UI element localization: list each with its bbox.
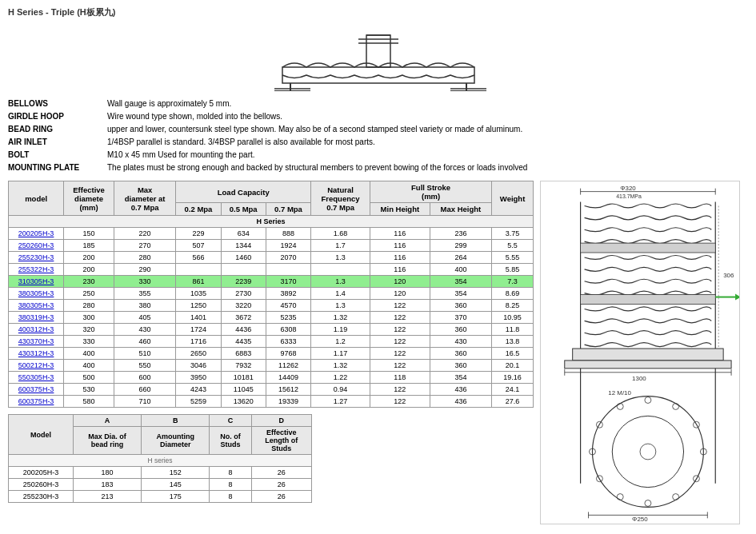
svg-text:306: 306 [723,272,734,279]
table-row: 430312H-3 4005102650688397681.1712236016… [9,348,534,360]
table-row: 550305H-3 500600395010181144091.22118354… [9,372,534,384]
table-row: 400312H-3 3204301724443663081.1912236011… [9,324,534,336]
col-load-07: 0.7 Mpa [266,203,310,216]
bt-col-model: Model [9,415,74,455]
notes-section: BELLOWS Wall gauge is approximately 5 mm… [8,98,748,174]
col-max-h: Max Height [430,203,492,216]
svg-point-29 [592,397,703,508]
col-load-05: 0.5 Mpa [221,203,266,216]
bt-col-a-sub: Max Dia. ofbead ring [73,427,141,455]
svg-rect-19 [565,361,731,369]
table-row: 600375H-3 530660424311045156120.94122436… [9,384,534,396]
svg-marker-21 [735,294,740,301]
svg-point-33 [673,403,679,409]
bt-col-b-sub: AmountingDiameter [142,427,210,455]
table-row: 380305H-3 2503551035273038921.41203548.6… [9,288,534,300]
note-bead: BEAD RING upper and lower, countersunk s… [8,123,748,136]
col-model: model [9,181,64,216]
bottom-table-section: Model A B C D Max Dia. ofbead ring Amoun… [8,414,534,503]
bt-col-b-header: B [142,415,210,427]
table-row: 380319H-3 3004051401367252351.3212237010… [9,312,534,324]
svg-point-38 [645,500,651,507]
svg-text:12 M/10: 12 M/10 [608,389,631,397]
svg-point-43 [617,403,623,409]
list-item: 250260H-3 183 145 8 26 [9,479,312,491]
table-row: 500212H-3 40055030467932112621.321223602… [9,360,534,372]
list-item: 255230H-3 213 175 8 26 [9,491,312,503]
note-bellows: BELLOWS Wall gauge is approximately 5 mm… [8,98,748,110]
page: H Series - Triple (H板累九) BELLOWS Wall [0,0,756,532]
bottom-table: Model A B C D Max Dia. ofbead ring Amoun… [8,414,312,503]
col-nat-freq: NaturalFrequency0.7 Mpa [311,181,370,216]
table-row-highlighted: 310305H-3 230330861223931701.31203547.3 [9,276,534,288]
col-weight: Weight [492,181,534,216]
col-load-capacity: Load Capacity [176,181,311,203]
table-row: 250260H-3 185270507134419241.71162995.5 [9,240,534,252]
bt-col-d-header: D [251,415,312,427]
bt-col-c-sub: No. ofStuds [210,427,251,455]
table-row: 255322H-3 2002901164005.85 [9,264,534,276]
bt-col-c-header: C [210,415,251,427]
svg-rect-17 [581,295,716,305]
main-content: model Effectivediamete(mm) Maxdiameter a… [8,181,748,526]
table-row: 600375H-3 580710525913620193391.27122436… [9,396,534,408]
svg-text:Φ250: Φ250 [632,516,648,523]
note-bolt: BOLT M10 x 45 mm Used for mounting the p… [8,149,748,161]
svg-point-39 [617,494,623,500]
col-full-stroke: Full Stroke(mm) [370,181,492,203]
table-row: 430370H-3 3304601716443563331.212243013.… [9,336,534,348]
top-diagram [8,23,748,91]
right-panel: Φ320 413.7MPa [540,181,748,526]
col-min-h: Min Height [370,203,430,216]
bellows-top-diagram [266,23,490,91]
svg-text:413.7MPa: 413.7MPa [616,193,642,199]
left-panel: model Effectivediamete(mm) Maxdiameter a… [8,181,534,526]
bt-col-d-sub: EffectiveLength ofStuds [251,427,312,455]
svg-point-30 [612,416,683,487]
note-air: AIR INLET 1/4BSP parallel is standard. 3… [8,136,748,149]
note-girdle: GIRDLE HOOP Wire wound type shown, molde… [8,110,748,123]
bottom-series-header: H series [9,455,312,467]
col-max-dia: Maxdiameter at0.7 Mpa [114,181,176,216]
svg-text:1300: 1300 [632,375,646,382]
svg-rect-18 [573,349,723,361]
svg-rect-16 [581,243,716,253]
col-load-02: 0.2 Mpa [176,203,221,216]
main-table: model Effectivediamete(mm) Maxdiameter a… [8,181,534,408]
page-title: H Series - Triple (H板累九) [8,6,748,18]
col-eff-dia: Effectivediamete(mm) [64,181,114,216]
note-mounting: MOUNTING PLATE The plates must be strong… [8,161,748,174]
technical-diagram: Φ320 413.7MPa [540,181,740,524]
bt-col-a-header: A [73,415,141,427]
table-row: 380305H-3 2803801250322045701.31223608.2… [9,300,534,312]
h-series-label: H Series [9,216,534,228]
table-row: 255230H-3 200280566146020701.31162645.55 [9,252,534,264]
svg-text:Φ320: Φ320 [620,185,636,192]
svg-point-31 [640,444,656,460]
svg-point-37 [673,494,679,500]
svg-rect-7 [366,35,390,67]
list-item: 200205H-3 180 152 8 26 [9,467,312,479]
svg-point-32 [645,397,651,404]
table-row: 200205H-3 1502202296348881.681162363.75 [9,228,534,240]
